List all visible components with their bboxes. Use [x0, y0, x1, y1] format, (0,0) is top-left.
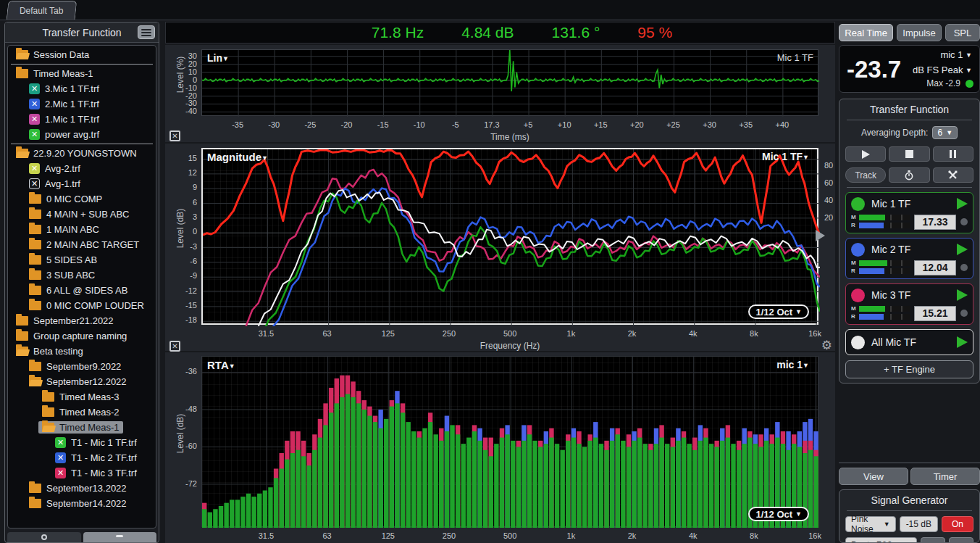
tree-item[interactable]: Session Data: [8, 47, 156, 62]
tree-item[interactable]: ✕T1 - Mic 1 TF.trf: [8, 435, 156, 450]
rta-plot[interactable]: [201, 356, 818, 527]
tree-item-label: Timed Meas-1: [59, 422, 120, 433]
search-button[interactable]: [7, 532, 81, 542]
signal-on-button[interactable]: On: [942, 516, 973, 532]
signal-level-button[interactable]: -15 dB: [900, 516, 938, 532]
tree-item[interactable]: 0 MIC COMP LOUDER: [8, 298, 156, 313]
tree-item[interactable]: Timed Meas-2: [8, 405, 156, 420]
magnitude-channel-select[interactable]: Mic 1 TF▼: [762, 151, 809, 162]
channel-play-icon[interactable]: [957, 198, 968, 210]
channel-delay-value[interactable]: 17.33: [914, 215, 956, 230]
y-tick-label: 12: [168, 168, 197, 177]
x-tick-label: +10: [558, 120, 571, 129]
tree-item[interactable]: September13.2022: [8, 481, 156, 496]
octave-resolution-select[interactable]: 1/12 Oct▼: [748, 304, 809, 319]
tree-item[interactable]: September9.2022: [8, 359, 156, 374]
octave-resolution-select[interactable]: 1/12 Oct▼: [748, 507, 809, 521]
tf-channel-card[interactable]: Mic 2 TFMR12.04: [845, 238, 973, 279]
channel-play-icon[interactable]: [957, 244, 968, 255]
mode-real-time-button[interactable]: Real Time: [839, 24, 893, 41]
tree-item[interactable]: ✕3.Mic 1 TF.trf: [8, 81, 156, 96]
tree-item[interactable]: 6 ALL @ SIDES AB: [8, 283, 156, 298]
close-plot-icon[interactable]: ✕: [169, 130, 180, 141]
x-tick-label: +30: [703, 120, 716, 129]
rta-channel-select[interactable]: mic 1▼: [776, 359, 809, 370]
tf-channel-card[interactable]: Mic 1 TFMR17.33: [845, 192, 973, 233]
x-green-icon: ✕: [55, 437, 66, 448]
close-plot-icon[interactable]: ✕: [169, 341, 180, 352]
tree-item[interactable]: 1 MAIN ABC: [8, 222, 156, 237]
play-button[interactable]: [845, 146, 886, 162]
tree-item[interactable]: ✕2.Mic 1 TF.trf: [8, 96, 156, 112]
y-tick-label: -9: [168, 271, 197, 280]
tree-item[interactable]: Timed Meas-1: [8, 420, 156, 435]
signal-aux-button[interactable]: [921, 537, 945, 543]
channel-delay-value[interactable]: 12.04: [914, 260, 956, 275]
tree-item[interactable]: Group capture naming: [8, 328, 156, 344]
cursor-readout-bar: 71.8 Hz 4.84 dB 131.6 ° 95 %: [165, 22, 835, 43]
tree-item[interactable]: 0 MIC COMP: [8, 191, 156, 207]
collapse-button[interactable]: [83, 532, 157, 542]
tree-item[interactable]: ✕1.Mic 1 TF.trf: [8, 112, 156, 127]
magnitude-mode-select[interactable]: Magnitude▼: [207, 151, 268, 163]
tree-item-label: 2 MAIN ABC TARGET: [46, 239, 139, 250]
rta-mode-select[interactable]: RTA▼: [207, 359, 235, 371]
tf-channel-card[interactable]: Mic 3 TFMR15.21: [845, 283, 973, 325]
mode-impulse-button[interactable]: Impulse: [897, 24, 942, 41]
gear-icon[interactable]: ⚙: [821, 338, 832, 352]
hamburger-menu-icon[interactable]: [138, 25, 155, 39]
tree-item[interactable]: Timed Meas-1: [8, 66, 156, 81]
meter-unit-select[interactable]: dB FS Peak ▼: [913, 65, 972, 75]
tree-item[interactable]: 5 SIDES AB: [8, 252, 156, 268]
tree-item[interactable]: 22.9.20 YOUNGSTOWN: [8, 146, 156, 161]
magnitude-chart-panel: Magnitude▼Mic 1 TF▼15129630-3-6-9-12-15-…: [165, 144, 835, 351]
x-tick-label: -20: [341, 120, 353, 129]
settings-tools-button[interactable]: [933, 167, 973, 183]
averaging-depth-select[interactable]: 6▼: [932, 126, 958, 139]
tree-item[interactable]: September12.2022: [8, 374, 156, 389]
view-button[interactable]: View: [839, 468, 908, 485]
tree-item[interactable]: 4 MAIN + SUB ABC: [8, 207, 156, 222]
lin-mode-select[interactable]: Lin▼: [207, 52, 229, 64]
pause-button[interactable]: [933, 146, 973, 162]
tree-divider: [11, 64, 153, 65]
lin-plot[interactable]: [201, 49, 818, 116]
channel-delay-value[interactable]: 15.21: [914, 306, 956, 321]
tree-item[interactable]: ✕power avg.trf: [8, 127, 156, 142]
track-button[interactable]: Track: [845, 167, 886, 183]
tree-item[interactable]: ✕T1 - Mic 2 TF.trf: [8, 450, 156, 465]
tree-item[interactable]: 2 MAIN ABC TARGET: [8, 237, 156, 252]
tree-item[interactable]: 3 SUB ABC: [8, 268, 156, 283]
signal-aux2-button[interactable]: [949, 537, 973, 543]
tree-item-label: 4 MAIN + SUB ABC: [46, 209, 130, 220]
x-tick-label: 1k: [567, 329, 576, 338]
stop-icon: [905, 150, 913, 158]
level-meter: [859, 314, 910, 320]
meter-source-select[interactable]: mic 1 ▼: [940, 49, 972, 60]
magnitude-plot[interactable]: [201, 148, 818, 325]
timer-button[interactable]: Timer: [910, 468, 980, 485]
lin-channel-label[interactable]: Mic 1 TF: [777, 52, 813, 63]
tree-item[interactable]: September14.2022: [8, 496, 156, 511]
tree-item[interactable]: Beta testing: [8, 344, 156, 359]
tf-channel-card[interactable]: All Mic TF: [845, 329, 973, 355]
tab-default[interactable]: Default Tab: [7, 1, 77, 20]
coherence-zero-marker[interactable]: [816, 230, 825, 241]
channel-play-icon[interactable]: [957, 289, 968, 301]
timer-start-button[interactable]: [889, 167, 929, 183]
tree-item[interactable]: September21.2022: [8, 313, 156, 328]
signal-source-select[interactable]: Pink Noise▼: [845, 516, 896, 532]
add-tf-engine-button[interactable]: + TF Engine: [845, 360, 973, 378]
tree-item-label: 6 ALL @ SIDES AB: [46, 285, 127, 296]
file-tree: Session DataTimed Meas-1✕3.Mic 1 TF.trf✕…: [7, 45, 156, 529]
mode-spl-button[interactable]: SPL: [945, 24, 980, 41]
tree-item[interactable]: ✕Avg-2.trf: [8, 161, 156, 176]
signal-source2-select[interactable]: Dante 7&8▼: [845, 537, 917, 543]
x-tick-label: 4k: [689, 531, 698, 540]
x-tick-label: 31.5: [259, 531, 274, 540]
tree-item[interactable]: ✕Avg-1.trf: [8, 176, 156, 191]
stop-button[interactable]: [889, 146, 929, 162]
tree-item[interactable]: ✕T1 - Mic 3 TF.trf: [8, 465, 156, 481]
channel-play-icon[interactable]: [957, 336, 968, 348]
tree-item[interactable]: Timed Meas-3: [8, 389, 156, 405]
